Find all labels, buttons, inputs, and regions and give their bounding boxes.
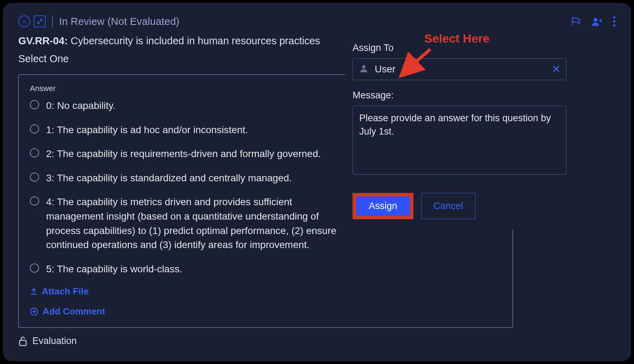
attach-file-button[interactable]: Attach File	[30, 286, 501, 297]
annotation-highlight: Assign	[353, 193, 413, 219]
assign-to-field[interactable]: User	[353, 58, 566, 80]
assign-popover: Assign To User Message: Assign Cancel	[345, 32, 574, 229]
flag-icon	[571, 16, 581, 27]
plus-circle-icon	[30, 307, 38, 316]
svg-point-3	[613, 24, 616, 27]
question-text: Cybersecurity is included in human resou…	[71, 35, 320, 46]
evaluation-section[interactable]: Evaluation	[18, 336, 616, 346]
assign-to-value: User	[375, 64, 546, 75]
popover-button-row: Assign Cancel	[353, 193, 566, 219]
radio-icon[interactable]	[30, 196, 39, 206]
person-add-icon	[591, 16, 603, 27]
svg-point-6	[362, 65, 366, 69]
header-row: In Review (Not Evaluated)	[18, 15, 616, 27]
svg-point-1	[613, 17, 616, 19]
arrow-down-icon	[21, 19, 27, 24]
radio-icon[interactable]	[30, 173, 39, 182]
svg-point-0	[594, 18, 597, 22]
attach-file-label: Attach File	[42, 286, 89, 297]
upload-icon	[30, 288, 38, 295]
option-text: 3: The capability is standardized and ce…	[46, 171, 292, 186]
person-icon	[359, 64, 368, 74]
svg-point-2	[613, 20, 616, 23]
collapse-button[interactable]	[18, 15, 30, 27]
option-text: 4: The capability is metrics driven and …	[46, 195, 342, 252]
flag-button[interactable]	[571, 16, 581, 27]
more-menu-button[interactable]	[613, 16, 616, 27]
question-panel: In Review (Not Evaluated) GV.RR-04: Cybe…	[2, 2, 632, 362]
add-comment-label: Add Comment	[43, 306, 105, 317]
divider	[52, 15, 53, 27]
option-text: 2: The capability is requirements-driven…	[46, 147, 321, 161]
assign-to-label: Assign To	[353, 43, 566, 53]
message-input[interactable]	[353, 106, 566, 175]
expand-button[interactable]	[34, 15, 46, 27]
assign-button[interactable]: Assign	[356, 196, 410, 216]
close-icon	[553, 65, 560, 72]
svg-rect-5	[20, 340, 26, 346]
clear-assign-button[interactable]	[553, 64, 560, 75]
option-text: 0: No capability.	[46, 99, 115, 113]
unlock-icon	[18, 336, 27, 346]
message-label: Message:	[353, 90, 566, 101]
question-code: GV.RR-04:	[18, 35, 68, 46]
cancel-button[interactable]: Cancel	[421, 193, 475, 219]
expand-icon	[37, 18, 43, 25]
answer-option[interactable]: 5: The capability is world-class.	[30, 262, 501, 277]
radio-icon[interactable]	[30, 148, 39, 157]
kebab-icon	[613, 16, 616, 27]
assign-user-button[interactable]	[591, 16, 603, 27]
option-text: 1: The capability is ad hoc and/or incon…	[46, 123, 248, 137]
radio-icon[interactable]	[30, 124, 39, 134]
radio-icon[interactable]	[30, 264, 39, 273]
add-comment-button[interactable]: Add Comment	[30, 306, 501, 317]
evaluation-label: Evaluation	[32, 336, 77, 346]
option-text: 5: The capability is world-class.	[46, 262, 182, 277]
status-text: In Review (Not Evaluated)	[59, 16, 179, 27]
radio-icon[interactable]	[30, 100, 39, 109]
header-actions	[571, 16, 616, 27]
